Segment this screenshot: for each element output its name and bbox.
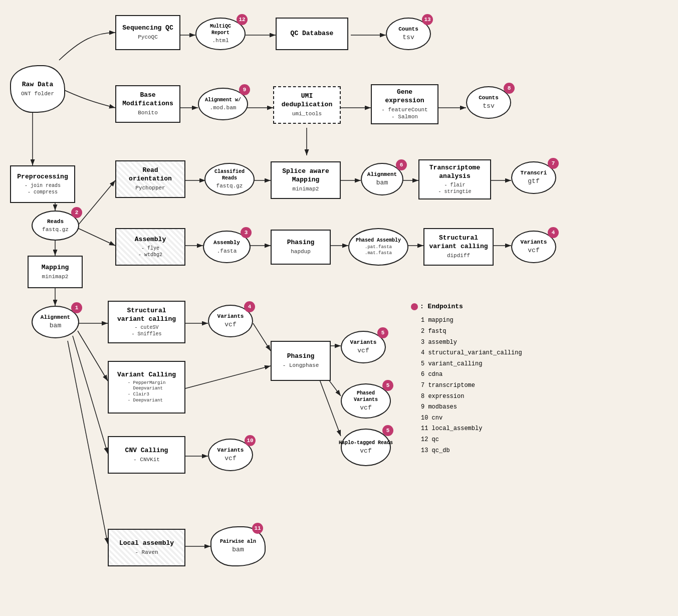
umi-dedup-label: UMI deduplication [278,92,336,109]
alignment-modbam-label: Alignment w/ [205,97,241,103]
transcriptome-sublabel: - flair - stringtie [438,182,471,195]
transcriptome-gtf-label: Transcri [521,169,547,176]
badge-4: 4 [244,301,255,312]
alignment-bam-sublabel: bam [50,322,61,330]
badge-10: 10 [245,435,256,446]
assembly-sublabel: - flye - wtdbg2 [138,245,162,258]
variants-vcf4-sublabel: vcf [224,321,236,329]
raw-data-node: Raw Data ONT folder [10,65,65,113]
svg-line-23 [185,366,271,388]
local-assembly-node: Local assembly - Raven [108,529,185,566]
legend-item-9: 9 modbases [411,402,522,413]
transcriptome-analysis-node: Transcriptome analysis - flair - stringt… [418,159,491,199]
gene-expr-sublabel: - featureCount - Salmon [381,106,427,121]
phasing-longphase-node: Phasing - Longphase [271,341,331,381]
qc-database-label: QC Database [291,30,334,38]
base-mods-label: Base Modifications [120,91,175,108]
transcriptome-gtf-sublabel: gtf [528,177,539,186]
structural-variant2-sublabel: dipdiff [447,252,470,259]
splice-mapping-sublabel: minimap2 [293,185,319,192]
preprocessing-label: Preprocessing [17,173,68,181]
base-modifications-node: Base Modifications Bonito [115,85,180,123]
badge-13: 13 [422,14,433,25]
badge-5c: 5 [382,425,393,436]
pairwise-aln-label: Pairwise aln [220,538,256,545]
structural-variant-sublabel: - cuteSV - Sniffles [131,324,161,337]
variants-vcf5-label: Variants [350,339,377,346]
badge-5a: 5 [377,327,388,338]
splice-mapping-label: Splice aware Mapping [276,167,336,184]
variants-vcf10-sublabel: vcf [224,455,236,463]
assembly-fasta-label: Assembly [213,239,240,246]
mapping-sublabel: minimap2 [42,273,69,280]
sequencing-qc-label: Sequencing QC [122,24,173,33]
reads-sublabel: fastq.gz [42,226,69,233]
badge-4b: 4 [548,227,559,238]
cnv-calling-sublabel: - CNVKit [133,456,160,463]
splice-mapping-node: Splice aware Mapping minimap2 [271,161,341,199]
counts-13-sublabel: tsv [402,34,414,42]
gene-expression-node: Gene expression - featureCount - Salmon [371,84,438,124]
cnv-calling-label: CNV Calling [125,447,168,455]
phased-assembly-sublabel: .pat.fasta .mat.fasta [365,245,392,256]
transcriptome-label: Transcriptome analysis [423,164,486,181]
read-orientation-node: Read orientation Pychopper [115,160,185,198]
local-assembly-label: Local assembly [119,539,174,548]
legend-item-13: 13 qc_db [411,446,522,457]
phased-assembly-node: Phased Assembly .pat.fasta .mat.fasta [348,228,408,266]
umi-deduplication-node: UMI deduplication umi_tools [273,86,341,124]
assembly-label: Assembly [135,236,166,244]
haplo-tagged-label: Haplo-tagged Reads [339,440,393,446]
variants-vcf5-sublabel: vcf [357,347,369,355]
raw-data-sublabel: ONT folder [21,90,54,97]
legend-title: : Endpoints [420,301,463,312]
local-assembly-sublabel: - Raven [135,549,158,556]
variant-calling-sublabel: - PepperMargin Deepvariant - Clair3 - De… [128,380,166,404]
structural-variant-calling2-node: Structural variant calling dipdiff [423,228,494,266]
preprocessing-node: Preprocessing - join reads - compress [10,165,75,203]
classified-reads-label: Classified Reads [209,168,250,181]
badge-1: 1 [71,302,82,313]
legend-item-1: 1 mapping [411,315,522,326]
legend-item-11: 11 local_assembly [411,424,522,435]
legend-item-2: 2 fastq [411,326,522,337]
variants-vcf10-label: Variants [217,447,244,454]
structural-variant-label: Structural variant calling [113,307,180,324]
variant-calling-node: Variant Calling - PepperMargin Deepvaria… [108,361,185,414]
multiqc-sublabel: .html [212,37,229,44]
phased-variants-label: Phased Variants [346,390,386,403]
badge-9: 9 [239,84,250,95]
badge-5b: 5 [382,380,393,391]
phasing-longphase-label: Phasing [287,352,315,361]
badge-3: 3 [241,227,252,238]
mapping-label: Mapping [42,264,69,272]
badge-6: 6 [396,159,407,170]
legend-item-12: 12 qc [411,435,522,446]
variants-vcf4b-label: Variants [521,239,547,246]
variant-calling-label: Variant Calling [117,371,176,379]
alignment-bam-label: Alignment [41,314,70,321]
phased-variants-sublabel: vcf [360,404,371,413]
legend-item-5: 5 variant_calling [411,359,522,370]
counts-8-sublabel: tsv [483,102,494,111]
assembly-fasta-sublabel: .fasta [217,248,237,255]
structural-variant2-label: Structural variant calling [428,234,489,251]
legend-item-3: 3 assembly [411,337,522,348]
legend-item-6: 6 cdna [411,369,522,380]
qc-database-node: QC Database [276,18,348,50]
reads-label: Reads [47,218,64,225]
alignment-modbam-sublabel: .mod.bam [210,104,237,111]
legend-item-7: 7 transcriptome [411,380,522,391]
pairwise-aln-sublabel: bam [232,546,244,554]
legend-item-10: 10 cnv [411,413,522,424]
phasing-assembly-sublabel: hapdup [291,248,311,255]
legend: : Endpoints 1 mapping 2 fastq 3 assembly… [411,301,522,456]
legend-item-8: 8 expression [411,391,522,402]
alignment-cdna-sublabel: bam [376,179,388,187]
badge-12: 12 [237,14,248,25]
umi-dedup-sublabel: umi_tools [292,110,322,117]
phased-assembly-label: Phased Assembly [356,237,401,244]
badge-7: 7 [548,158,559,169]
assembly-node: Assembly - flye - wtdbg2 [115,228,185,266]
phasing-assembly-label: Phasing [287,239,315,247]
